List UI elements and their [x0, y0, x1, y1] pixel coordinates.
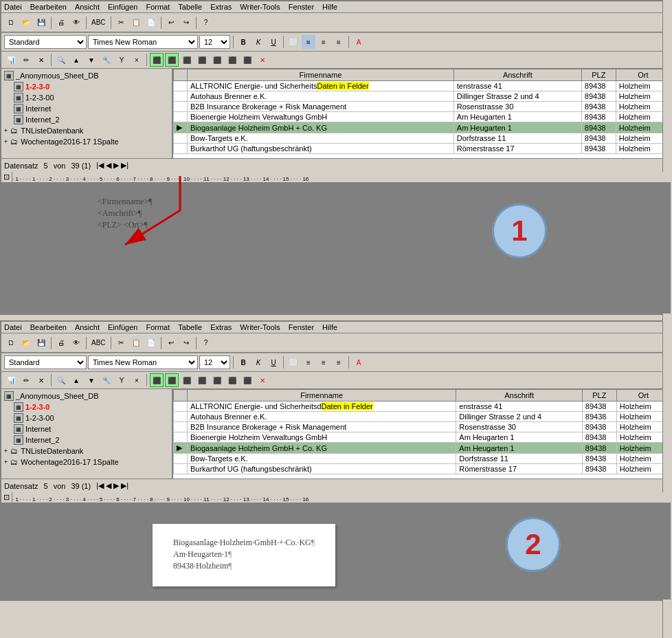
cell2-plz-active[interactable]: 89438: [582, 443, 616, 454]
nav2-item-12300[interactable]: ▦ 1-2-3-00: [3, 412, 170, 424]
cell-firmenname[interactable]: Burkarthof UG (haftungsbeschränkt): [188, 144, 454, 154]
font-select-1[interactable]: Times New Roman: [88, 35, 198, 49]
nav2-item-internet[interactable]: ▦ Internet: [3, 424, 170, 434]
nav2-item-wochentage[interactable]: + 🗂 Wochentage2016-17 1Spalte: [3, 456, 170, 468]
save-button[interactable]: 💾: [34, 16, 48, 30]
cell-anschrift[interactable]: Am Heugarten 1: [453, 112, 581, 122]
menu2-hilfe[interactable]: Hilfe: [322, 323, 337, 331]
cell-plz[interactable]: 89438: [581, 81, 616, 91]
db2-insert5[interactable]: ⬛: [210, 373, 224, 387]
paste-button[interactable]: 📄: [144, 16, 158, 30]
cell-anschrift[interactable]: Rosenstrasse 30: [453, 102, 581, 112]
cell2-firmenname[interactable]: Burkarthof UG (haftungsbeschränkt): [188, 464, 456, 474]
copy-button[interactable]: 📋: [129, 16, 143, 30]
open-button[interactable]: 📂: [19, 16, 33, 30]
db-insert3[interactable]: ⬛: [180, 53, 194, 67]
undo-button[interactable]: ↩: [164, 16, 178, 30]
spellcheck-button[interactable]: ABC: [89, 16, 108, 30]
redo-button[interactable]: ↪: [179, 16, 193, 30]
italic-button-2[interactable]: K: [251, 355, 265, 369]
db2-insert4[interactable]: ⬛: [195, 373, 209, 387]
align-left-2[interactable]: ⬜: [287, 355, 300, 369]
db-filter1[interactable]: ▲: [69, 53, 83, 67]
align-center-1[interactable]: ≡: [302, 35, 315, 49]
cell-firmenname[interactable]: Autohaus Brenner e.K.: [188, 91, 454, 102]
db2-filter2[interactable]: ▼: [85, 373, 98, 387]
nav-item-12300[interactable]: ▦ 1-2-3-00: [3, 92, 170, 103]
cell-plz[interactable]: 89438: [581, 112, 616, 122]
style-select-1[interactable]: Standard: [4, 35, 87, 49]
db-insert5[interactable]: ⬛: [210, 53, 224, 67]
cell2-plz[interactable]: 89438: [582, 432, 616, 443]
nav-item-anon[interactable]: ▦ _Anonymous_Sheet_DB: [3, 70, 170, 81]
cell-firmenname[interactable]: Bioenergie Holzheim Verwaltungs GmbH: [188, 112, 454, 122]
cell-anschrift[interactable]: Dillinger Strasse 2 und 4: [453, 91, 581, 102]
font-select-2[interactable]: Times New Roman: [88, 355, 198, 369]
nav2-item-internet2[interactable]: ▦ Internet_2: [3, 434, 170, 446]
cut-button-2[interactable]: ✂: [114, 336, 128, 350]
cell2-plz[interactable]: 89438: [582, 464, 616, 474]
db2-btn1[interactable]: 📊: [4, 373, 18, 387]
menu-writer-tools[interactable]: Writer-Tools: [240, 3, 280, 11]
menu-ansicht[interactable]: Ansicht: [75, 3, 100, 11]
menu-tabelle[interactable]: Tabelle: [178, 3, 202, 11]
db-insert-field[interactable]: ⬛: [150, 53, 164, 67]
cell-plz[interactable]: 89438: [581, 133, 616, 144]
undo-button-2[interactable]: ↩: [164, 336, 178, 350]
cell-plz[interactable]: 89438: [581, 91, 616, 102]
underline-button-2[interactable]: U: [267, 355, 280, 369]
db2-insert6[interactable]: ⬛: [225, 373, 239, 387]
bold-button-2[interactable]: B: [236, 355, 250, 369]
db-insert8[interactable]: ✕: [256, 53, 269, 67]
font-color-1[interactable]: A: [352, 35, 366, 49]
print-button[interactable]: 🖨: [54, 16, 68, 30]
cell2-plz[interactable]: 89438: [582, 402, 616, 412]
copy-button-2[interactable]: 📋: [129, 336, 143, 350]
table-row[interactable]: Burkarthof UG (haftungsbeschränkt) Römer…: [174, 464, 671, 474]
align-right-1[interactable]: ≡: [317, 35, 331, 49]
bold-button-1[interactable]: B: [236, 35, 250, 49]
cell2-anschrift[interactable]: Rosenstrasse 30: [456, 422, 583, 432]
db-filter3[interactable]: 🔧: [100, 53, 113, 67]
cell2-plz[interactable]: 89438: [582, 454, 616, 464]
cell-anschrift[interactable]: Römerstrasse 17: [453, 144, 581, 154]
cell-firmenname[interactable]: B2B Insurance Brokerage + Risk Managemen…: [188, 102, 454, 112]
menu2-writer-tools[interactable]: Writer-Tools: [240, 323, 280, 331]
db2-filter3[interactable]: 🔧: [100, 373, 113, 387]
db-filter4[interactable]: Y: [115, 53, 128, 67]
justify-1[interactable]: ≡: [332, 35, 346, 49]
db2-insert7[interactable]: ⬛: [240, 373, 254, 387]
new-button-2[interactable]: 🗋: [4, 336, 18, 350]
print-button-2[interactable]: 🖨: [54, 336, 68, 350]
cell-firmenname-active[interactable]: Biogasanlage Holzheim GmbH + Co. KG: [188, 122, 454, 133]
font-color-2[interactable]: A: [352, 355, 366, 369]
nav-item-tnliste[interactable]: + 🗂 TNListeDatenbank: [3, 125, 170, 136]
menu2-tabelle[interactable]: Tabelle: [178, 323, 202, 331]
underline-button-1[interactable]: U: [267, 35, 280, 49]
cell2-firmenname[interactable]: Autohaus Brenner e.K.: [188, 412, 456, 422]
menu-extras[interactable]: Extras: [210, 3, 232, 11]
nav-item-internet2[interactable]: ▦ Internet_2: [3, 114, 170, 125]
preview-button-2[interactable]: 👁: [69, 336, 83, 350]
cell-plz[interactable]: 89438: [581, 144, 616, 154]
menu2-ansicht[interactable]: Ansicht: [75, 323, 100, 331]
cell2-firmenname[interactable]: ALLTRONIC Energie- und SicherheitsdDaten…: [188, 402, 456, 412]
cell2-firmenname[interactable]: B2B Insurance Brokerage + Risk Managemen…: [188, 422, 456, 432]
db2-insert3[interactable]: ⬛: [180, 373, 194, 387]
db-btn1[interactable]: 📊: [4, 53, 18, 67]
cell-firmenname[interactable]: Bow-Targets e.K.: [188, 133, 454, 144]
help-button[interactable]: ?: [199, 16, 213, 30]
nav-item-internet[interactable]: ▦ Internet: [3, 103, 170, 114]
table-row[interactable]: Burkarthof UG (haftungsbeschränkt) Römer…: [174, 144, 671, 154]
menu2-fenster[interactable]: Fenster: [289, 323, 314, 331]
cell2-plz[interactable]: 89438: [582, 422, 616, 432]
open-button-2[interactable]: 📂: [19, 336, 33, 350]
menu-einfuegen[interactable]: Einfügen: [108, 3, 137, 11]
cell2-firmenname-active[interactable]: Biogasanlage Holzheim GmbH + Co. KG: [188, 443, 456, 454]
table-row[interactable]: Autohaus Brenner e.K. Dillinger Strasse …: [174, 412, 671, 422]
size-select-1[interactable]: 12: [199, 35, 230, 49]
nav2-item-anon[interactable]: ▦ _Anonymous_Sheet_DB: [3, 390, 170, 402]
new-button[interactable]: 🗋: [4, 16, 18, 30]
table-row[interactable]: Autohaus Brenner e.K. Dillinger Strasse …: [174, 91, 671, 102]
align-left-1[interactable]: ⬜: [287, 35, 300, 49]
